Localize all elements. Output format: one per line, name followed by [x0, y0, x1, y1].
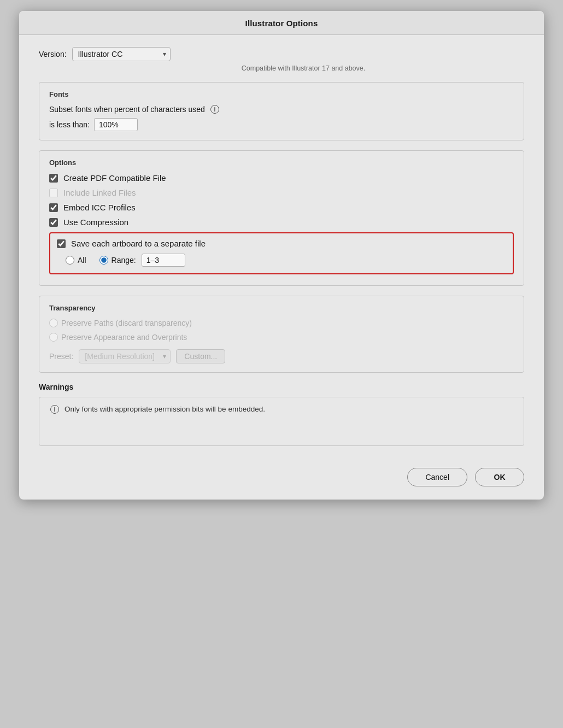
option-linked-label: Include Linked Files — [63, 188, 136, 197]
fonts-percent-input[interactable] — [94, 118, 138, 131]
version-label: Version: — [39, 50, 67, 58]
option-pdf-row: Create PDF Compatible File — [49, 173, 514, 183]
dialog-body: Version: Illustrator CC Compatible with … — [19, 35, 544, 459]
warnings-title: Warnings — [39, 383, 524, 391]
preset-row: Preset: [Medium Resolution] Custom... — [49, 349, 514, 363]
option-artboard-label: Save each artboard to a separate file — [71, 239, 206, 248]
options-section: Options Create PDF Compatible File Inclu… — [39, 150, 524, 286]
dialog-title: Illustrator Options — [19, 19, 544, 28]
transparency-appearance-radio — [49, 333, 58, 342]
dialog-titlebar: Illustrator Options — [19, 11, 544, 35]
transparency-appearance-item: Preserve Appearance and Overprints — [49, 333, 514, 342]
artboard-highlight-box: Save each artboard to a separate file Al… — [49, 232, 514, 274]
option-compress-label: Use Compression — [63, 218, 128, 227]
option-compress-checkbox[interactable] — [49, 218, 58, 227]
option-pdf-label: Create PDF Compatible File — [63, 173, 166, 183]
artboard-radio-row: All Range: — [66, 254, 506, 267]
transparency-section-title: Transparency — [49, 304, 514, 312]
preset-select-wrapper: [Medium Resolution] — [79, 349, 171, 363]
radio-range-item[interactable]: Range: — [99, 254, 185, 267]
radio-all-item[interactable]: All — [66, 256, 86, 265]
fonts-section: Fonts Subset fonts when percent of chara… — [39, 82, 524, 140]
fonts-subset-row: Subset fonts when percent of characters … — [49, 105, 514, 114]
preset-label: Preset: — [49, 352, 73, 361]
radio-range-label: Range: — [112, 256, 136, 265]
illustrator-options-dialog: Illustrator Options Version: Illustrator… — [19, 11, 544, 500]
fonts-subset-label: Subset fonts when percent of characters … — [49, 105, 205, 114]
warnings-section: Warnings i Only fonts with appropriate p… — [39, 383, 524, 446]
ok-button[interactable]: OK — [475, 468, 524, 486]
transparency-paths-item: Preserve Paths (discard transparency) — [49, 319, 514, 327]
warnings-info-icon: i — [50, 405, 59, 414]
radio-range[interactable] — [99, 256, 108, 265]
transparency-appearance-label: Preserve Appearance and Overprints — [61, 333, 187, 342]
custom-button: Custom... — [176, 349, 225, 363]
version-select-wrapper[interactable]: Illustrator CC — [72, 47, 171, 61]
version-row: Version: Illustrator CC — [39, 47, 524, 61]
fonts-percent-row: is less than: — [49, 118, 514, 131]
dialog-footer: Cancel OK — [19, 459, 544, 500]
version-compat-text: Compatible with Illustrator 17 and above… — [83, 64, 524, 72]
radio-all-label: All — [78, 256, 86, 265]
option-icc-label: Embed ICC Profiles — [63, 203, 136, 212]
option-artboard-checkbox[interactable] — [57, 239, 66, 248]
transparency-paths-label: Preserve Paths (discard transparency) — [61, 319, 192, 327]
option-linked-checkbox[interactable] — [49, 189, 58, 197]
range-input[interactable] — [142, 254, 185, 267]
cancel-button[interactable]: Cancel — [407, 468, 467, 486]
option-artboard-row: Save each artboard to a separate file — [57, 239, 506, 248]
fonts-lessthan-label: is less than: — [49, 120, 90, 129]
options-section-title: Options — [49, 158, 514, 167]
version-select[interactable]: Illustrator CC — [72, 47, 171, 61]
option-pdf-checkbox[interactable] — [49, 174, 58, 183]
fonts-section-title: Fonts — [49, 90, 514, 98]
transparency-section: Transparency Preserve Paths (discard tra… — [39, 296, 524, 373]
option-compress-row: Use Compression — [49, 218, 514, 227]
option-icc-checkbox[interactable] — [49, 203, 58, 212]
fonts-info-icon: i — [210, 105, 219, 114]
option-linked-row: Include Linked Files — [49, 188, 514, 197]
option-icc-row: Embed ICC Profiles — [49, 203, 514, 212]
transparency-radio-group: Preserve Paths (discard transparency) Pr… — [49, 319, 514, 342]
warnings-box: i Only fonts with appropriate permission… — [39, 397, 524, 446]
preset-select: [Medium Resolution] — [79, 349, 171, 363]
warnings-text: Only fonts with appropriate permission b… — [64, 405, 265, 413]
transparency-paths-radio — [49, 319, 58, 327]
radio-all[interactable] — [66, 256, 74, 265]
